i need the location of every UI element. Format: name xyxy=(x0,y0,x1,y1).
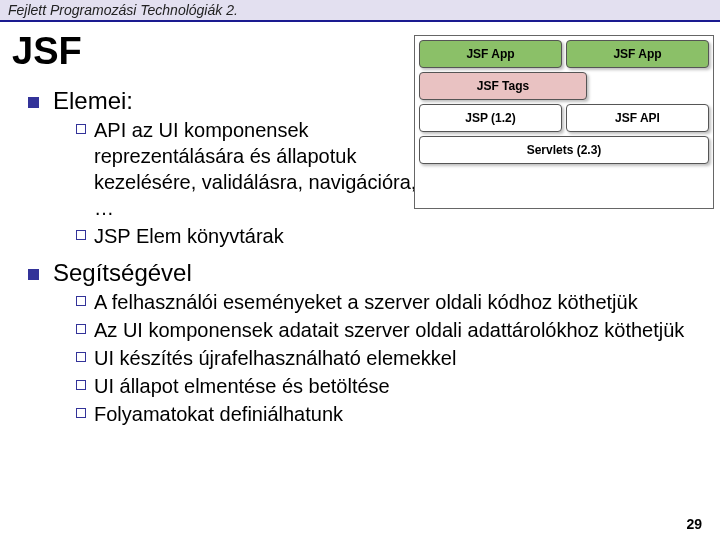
box-jsf-tags: JSF Tags xyxy=(419,72,587,100)
hollow-bullet-icon xyxy=(76,296,86,306)
square-bullet-icon xyxy=(28,97,39,108)
item-text: A felhasználói eseményeket a szerver old… xyxy=(94,289,692,315)
item-text: Folyamatokat definiálhatunk xyxy=(94,401,692,427)
box-jsf-app-right: JSF App xyxy=(566,40,709,68)
section-heading: Elemei: xyxy=(53,87,133,115)
item-text: UI állapot elmentése és betöltése xyxy=(94,373,692,399)
hollow-bullet-icon xyxy=(76,124,86,134)
course-title: Fejlett Programozási Technológiák 2. xyxy=(8,2,238,18)
item-text: Az UI komponensek adatait szerver oldali… xyxy=(94,317,692,343)
slide: Fejlett Programozási Technológiák 2. JSF… xyxy=(0,0,720,540)
list-item: Folyamatokat definiálhatunk xyxy=(76,401,692,427)
architecture-diagram: JSF App JSF App JSF Tags JSP (1.2) JSF A… xyxy=(414,35,714,209)
item-text: API az UI komponensek reprezentálására é… xyxy=(94,117,418,221)
box-jsp: JSP (1.2) xyxy=(419,104,562,132)
list-item: Az UI komponensek adatait szerver oldali… xyxy=(76,317,692,343)
hollow-bullet-icon xyxy=(76,408,86,418)
list-item: API az UI komponensek reprezentálására é… xyxy=(76,117,418,221)
list-item: UI készítés újrafelhasználható elemekkel xyxy=(76,345,692,371)
box-jsf-app-left: JSF App xyxy=(419,40,562,68)
course-header: Fejlett Programozási Technológiák 2. xyxy=(0,0,720,22)
section-heading: Segítségével xyxy=(53,259,192,287)
hollow-bullet-icon xyxy=(76,230,86,240)
list-item: JSP Elem könyvtárak xyxy=(76,223,418,249)
item-text: JSP Elem könyvtárak xyxy=(94,223,418,249)
square-bullet-icon xyxy=(28,269,39,280)
hollow-bullet-icon xyxy=(76,324,86,334)
list-item: A felhasználói eseményeket a szerver old… xyxy=(76,289,692,315)
page-number: 29 xyxy=(686,516,702,532)
section-segitsegevel: Segítségével xyxy=(28,259,692,287)
hollow-bullet-icon xyxy=(76,352,86,362)
box-jsf-api: JSF API xyxy=(566,104,709,132)
hollow-bullet-icon xyxy=(76,380,86,390)
box-servlets: Servlets (2.3) xyxy=(419,136,709,164)
item-text: UI készítés újrafelhasználható elemekkel xyxy=(94,345,692,371)
list-item: UI állapot elmentése és betöltése xyxy=(76,373,692,399)
